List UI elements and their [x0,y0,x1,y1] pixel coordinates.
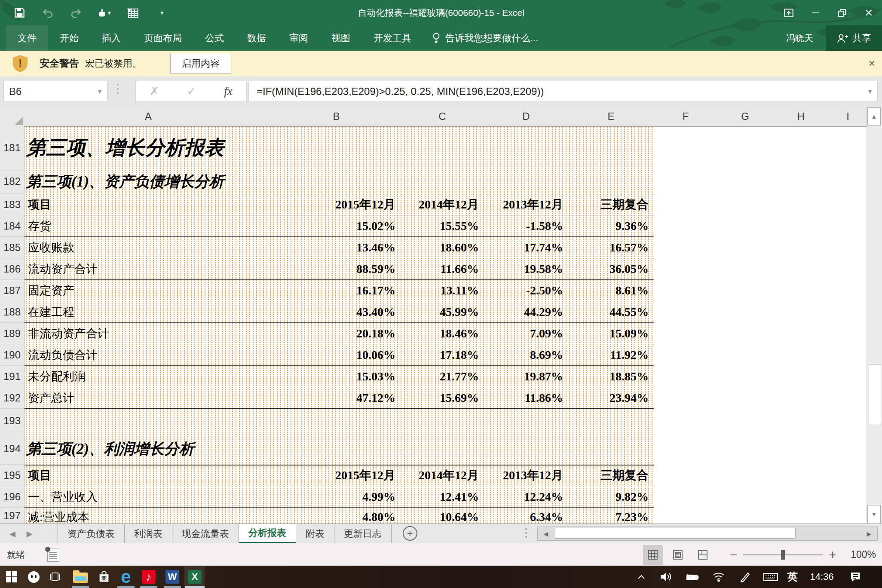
cell-label[interactable]: 非流动资产合计 [24,323,272,344]
cell-value[interactable]: 15.09% [568,323,654,344]
redo-icon[interactable] [70,6,83,19]
header-col[interactable]: 2013年12月 [484,466,568,486]
zoom-slider-thumb[interactable] [781,550,785,560]
touch-mouse-mode-icon[interactable]: ▾ [98,6,111,19]
cell-label[interactable]: 减:营业成本 [24,508,272,524]
header-col[interactable]: 2015年12月 [272,194,401,215]
tab-page-layout[interactable]: 页面布局 [132,25,193,51]
section-title-row[interactable]: 第三项(1)、资产负债增长分析 [24,169,654,194]
cell-value[interactable]: 13.11% [401,280,484,301]
save-icon[interactable] [13,6,26,19]
touch-keyboard-button[interactable] [760,566,781,588]
formula-bar-resize-handle[interactable] [117,84,119,94]
insert-function-icon[interactable]: fx [224,85,233,98]
tab-split-handle[interactable] [525,528,527,538]
row-header[interactable]: 197 [0,508,24,524]
zoom-in-icon[interactable]: + [829,548,836,562]
close-button[interactable]: × [855,0,882,25]
header-col[interactable]: 2015年12月 [272,466,401,486]
cell-value[interactable]: 15.69% [401,387,484,408]
cell-value[interactable]: 6.34% [484,508,568,524]
row-header[interactable]: 189 [0,323,24,344]
netease-music-button[interactable]: ♪ [138,566,159,588]
table-row[interactable]: 固定资产 16.17% 13.11% -2.50% 8.61% [24,280,654,301]
start-button[interactable] [1,566,22,588]
table-row[interactable]: 流动资产合计 88.59% 11.66% 19.58% 36.05% [24,258,654,280]
row-header[interactable]: 182 [0,169,24,194]
table-row[interactable]: 减:营业成本 4.80% 10.64% 6.34% 7.23% [24,508,654,524]
page-layout-view-icon[interactable] [668,545,688,565]
cell-value[interactable]: 4.99% [272,486,401,507]
zoom-level[interactable]: 100% [844,549,876,560]
hscroll-left-icon[interactable]: ◀ [538,527,554,540]
table-row[interactable]: 资产总计 47.12% 15.69% 11.86% 23.94% [24,387,654,409]
cell-value[interactable]: 16.57% [568,237,654,258]
word-button[interactable]: W [162,566,183,588]
row-header[interactable]: 183 [0,194,24,215]
name-box-dropdown-icon[interactable]: ▾ [92,87,107,95]
row-header[interactable]: 192 [0,387,24,409]
section-title-row[interactable]: 第三项、增长分析报表 [24,126,654,169]
column-header-g[interactable]: G [717,106,773,127]
minimize-button[interactable] [802,0,829,25]
dropdown-icon[interactable]: ▾ [107,9,111,17]
cell-value[interactable]: 47.12% [272,387,401,408]
store-button[interactable] [94,566,114,588]
table-row[interactable]: 非流动资产合计 20.18% 18.46% 7.09% 15.09% [24,323,654,344]
header-col[interactable]: 三期复合 [568,194,654,215]
table-row[interactable]: 流动负债合计 10.06% 17.18% 8.69% 11.92% [24,344,654,366]
row-header[interactable]: 181 [0,126,24,169]
row-header[interactable]: 186 [0,258,24,280]
row-header[interactable]: 188 [0,301,24,323]
page-break-view-icon[interactable] [693,545,713,565]
row-header[interactable]: 196 [0,486,24,508]
cell-value[interactable]: 10.64% [401,508,484,524]
row-header[interactable]: 184 [0,215,24,237]
cell-label[interactable]: 未分配利润 [24,366,272,387]
cell-value[interactable]: 15.55% [401,215,484,236]
cell-value[interactable]: 11.66% [401,258,484,279]
macro-record-icon[interactable] [47,548,59,562]
scroll-down-icon[interactable]: ▼ [867,505,881,523]
expand-formula-bar-icon[interactable]: ▾ [863,87,877,95]
cell-value[interactable]: 17.74% [484,237,568,258]
row-header[interactable]: 185 [0,237,24,258]
table-format-icon[interactable] [126,6,139,19]
cell-label[interactable]: 存货 [24,215,272,236]
cell-label[interactable]: 流动负债合计 [24,344,272,365]
tab-view[interactable]: 视图 [320,25,362,51]
battery-button[interactable] [683,566,701,588]
table-row[interactable]: 存货 15.02% 15.55% -1.58% 9.36% [24,215,654,237]
section1-title[interactable]: 第三项、增长分析报表 [24,126,654,169]
cell-value[interactable]: 8.61% [568,280,654,301]
row-header[interactable]: 195 [0,465,24,486]
column-header-e[interactable]: E [568,106,654,127]
formula-input[interactable]: =IF(MIN(E196,E203,E209)>0.25, 0.25, MIN(… [248,81,878,102]
cell-value[interactable]: 11.86% [484,387,568,408]
cell-value[interactable]: 15.03% [272,366,401,387]
cell-value[interactable]: 19.58% [484,258,568,279]
cell-value[interactable]: 44.55% [568,301,654,322]
sheet-tab-analysis[interactable]: 分析报表 [239,524,296,543]
clock[interactable]: 14:36 [805,566,839,588]
cell-value[interactable]: -1.58% [484,215,568,236]
tab-review[interactable]: 审阅 [278,25,320,51]
pen-button[interactable] [736,566,754,588]
new-sheet-icon[interactable]: + [403,526,417,541]
enable-content-button[interactable]: 启用内容 [170,54,231,74]
undo-icon[interactable] [41,6,54,19]
user-name[interactable]: 冯晓天 [773,25,826,51]
file-explorer-button[interactable] [70,566,91,588]
cell-value[interactable]: 88.59% [272,258,401,279]
sheet-tab-cashflow[interactable]: 现金流量表 [172,524,239,543]
cell-value[interactable]: 4.80% [272,508,401,524]
cell-label[interactable]: 应收账款 [24,237,272,258]
sheet-tab-balance[interactable]: 资产负债表 [58,524,125,543]
column-header-b[interactable]: B [272,106,401,127]
cell-label[interactable]: 一、营业收入 [24,486,272,507]
formula-text[interactable]: =IF(MIN(E196,E203,E209)>0.25, 0.25, MIN(… [249,86,863,98]
vertical-scrollbar[interactable] [867,106,882,524]
column-header-f[interactable]: F [654,106,718,127]
confirm-entry-icon[interactable]: ✓ [187,85,196,98]
column-header-c[interactable]: C [401,106,484,127]
